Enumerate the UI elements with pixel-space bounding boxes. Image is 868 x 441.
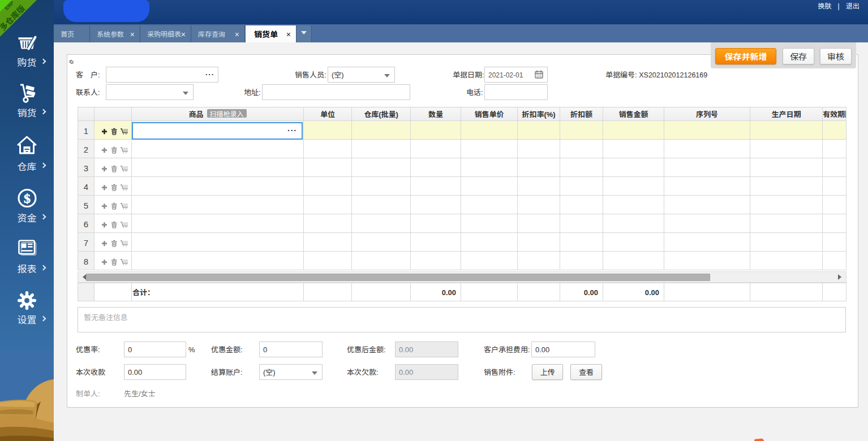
svg-text:$: $ (24, 191, 31, 206)
